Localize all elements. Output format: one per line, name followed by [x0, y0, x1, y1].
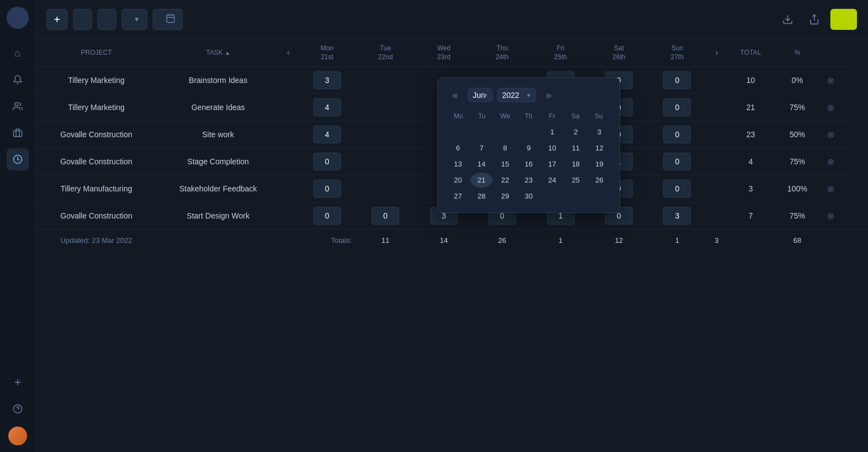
sun-input[interactable]	[663, 153, 691, 170]
cell-remove[interactable]: ⊗	[820, 121, 854, 148]
cal-day[interactable]: 8	[494, 141, 516, 155]
cal-day[interactable]: 2	[565, 124, 587, 139]
cal-day[interactable]: 7	[471, 141, 493, 155]
cell-sun[interactable]	[648, 202, 706, 230]
calendar-next-button[interactable]: »	[540, 87, 557, 103]
cal-day[interactable]: 22	[494, 173, 516, 188]
sun-input[interactable]	[663, 126, 691, 143]
cell-mon[interactable]	[298, 175, 356, 202]
cell-mon[interactable]	[298, 67, 356, 94]
cal-day[interactable]: 20	[447, 173, 469, 188]
cal-day[interactable]: 23	[518, 173, 540, 188]
download-button[interactable]	[777, 9, 798, 30]
cell-sun[interactable]	[648, 175, 706, 202]
cell-task: Stage Completion	[157, 148, 279, 175]
cal-day[interactable]: 19	[588, 157, 611, 172]
cell-sun[interactable]	[648, 148, 706, 175]
add-entry-button[interactable]	[46, 9, 68, 30]
bell-icon[interactable]	[7, 69, 29, 91]
cell-sun[interactable]	[648, 67, 706, 94]
svg-point-0	[14, 102, 18, 106]
cell-sun[interactable]	[648, 94, 706, 121]
mon-input[interactable]	[313, 207, 341, 225]
cal-day[interactable]: 1	[541, 124, 564, 139]
remove-row-button[interactable]: ⊗	[825, 183, 837, 195]
cell-nav2	[706, 202, 727, 230]
sun-input[interactable]	[663, 71, 691, 89]
mon-input[interactable]	[313, 98, 341, 116]
copy-last-week-button[interactable]	[73, 9, 92, 30]
col-nav-prev[interactable]: ‹	[279, 39, 298, 67]
cal-day[interactable]: 13	[447, 157, 469, 172]
remove-row-button[interactable]: ⊗	[825, 155, 837, 168]
cal-day[interactable]: 11	[565, 141, 587, 155]
col-header-sat: Sat26th	[590, 39, 648, 67]
cell-mon[interactable]	[298, 148, 356, 175]
totals-empty-action	[854, 230, 868, 250]
remove-row-button[interactable]: ⊗	[825, 210, 837, 222]
sun-input[interactable]	[663, 180, 691, 198]
cell-remove[interactable]: ⊗	[820, 202, 854, 230]
mon-input[interactable]	[313, 180, 341, 198]
cal-day[interactable]: 15	[494, 157, 516, 172]
sun-input[interactable]	[663, 207, 691, 225]
cal-day[interactable]: 29	[494, 189, 516, 204]
cal-day[interactable]: 12	[588, 141, 611, 155]
app-logo[interactable]	[7, 7, 29, 29]
cell-mon[interactable]	[298, 121, 356, 148]
mon-input[interactable]	[313, 71, 341, 89]
cell-remove[interactable]: ⊗	[820, 148, 854, 175]
user-selector[interactable]: ▼	[122, 9, 147, 30]
add-project-icon[interactable]	[7, 371, 29, 393]
share-button[interactable]	[804, 9, 825, 30]
cell-nav2	[706, 121, 727, 148]
cal-day[interactable]: 28	[471, 189, 493, 204]
cell-sun[interactable]	[648, 121, 706, 148]
col-header-actions	[820, 39, 854, 67]
cell-remove[interactable]: ⊗	[820, 94, 854, 121]
cell-mon[interactable]	[298, 94, 356, 121]
cal-day[interactable]: 21	[471, 173, 493, 188]
cal-day[interactable]: 17	[541, 157, 564, 172]
cal-day[interactable]: 14	[471, 157, 493, 172]
cell-task: Start Design Work	[157, 202, 279, 230]
cal-day[interactable]: 24	[541, 173, 564, 188]
col-header-thu: Thu24th	[473, 39, 531, 67]
cal-day[interactable]: 10	[541, 141, 564, 155]
cal-day[interactable]: 9	[518, 141, 540, 155]
cal-day[interactable]: 16	[518, 157, 540, 172]
totals-label: Totals:	[298, 230, 356, 250]
col-nav-next[interactable]: ›	[706, 39, 727, 67]
year-selector[interactable]: 20202021202220232024	[497, 88, 536, 102]
cal-day[interactable]: 3	[588, 124, 611, 139]
sun-input[interactable]	[663, 98, 691, 116]
cal-day[interactable]: 6	[447, 141, 469, 155]
cell-remove[interactable]: ⊗	[820, 67, 854, 94]
users-icon[interactable]	[7, 95, 29, 117]
cal-day[interactable]: 18	[565, 157, 587, 172]
home-icon[interactable]: ⌂	[7, 42, 29, 64]
user-avatar[interactable]	[8, 427, 27, 445]
cal-day[interactable]: 26	[588, 173, 611, 188]
cell-total: 4	[727, 148, 774, 175]
cal-day[interactable]: 27	[447, 189, 469, 204]
cell-remove[interactable]: ⊗	[820, 175, 854, 202]
cal-day[interactable]: 25	[565, 173, 587, 188]
remove-row-button[interactable]: ⊗	[825, 74, 837, 86]
auto-fill-button[interactable]	[97, 9, 116, 30]
mon-input[interactable]	[313, 126, 341, 143]
date-picker-button[interactable]	[153, 9, 183, 30]
mon-input[interactable]	[313, 153, 341, 170]
help-icon[interactable]	[7, 398, 29, 420]
tue-input[interactable]	[371, 207, 399, 225]
clock-icon[interactable]	[7, 148, 29, 170]
cal-day[interactable]: 30	[518, 189, 540, 204]
remove-row-button[interactable]: ⊗	[825, 101, 837, 113]
briefcase-icon[interactable]	[7, 122, 29, 144]
save-button[interactable]	[830, 9, 857, 30]
calendar-prev-button[interactable]: «	[447, 87, 463, 103]
cell-tue[interactable]	[356, 202, 415, 230]
remove-row-button[interactable]: ⊗	[825, 128, 837, 141]
cell-mon[interactable]	[298, 202, 356, 230]
month-selector[interactable]: JanFebMarAprMayJunJulAugSepOctNovDec	[468, 88, 493, 102]
